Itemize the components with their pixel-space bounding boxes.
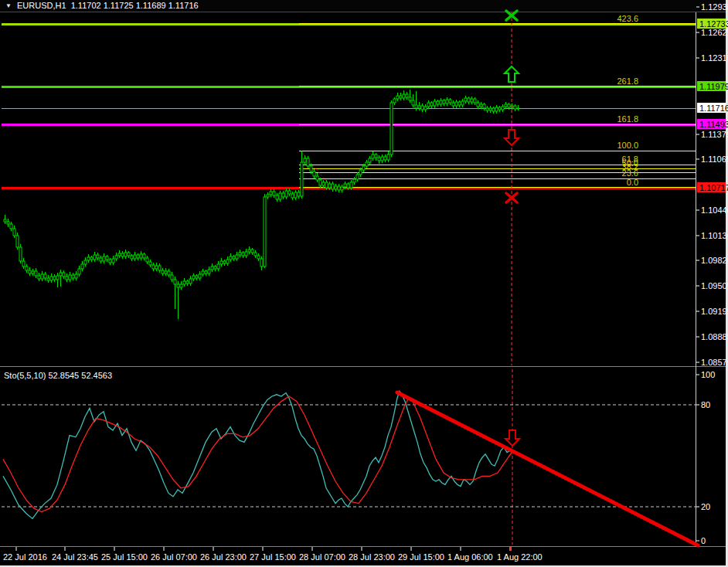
time-label: 24 Jul 23:45 (52, 552, 98, 562)
candle-body (186, 281, 189, 284)
candle-body (177, 284, 179, 287)
candle-body (60, 273, 62, 276)
trendline[interactable] (397, 392, 698, 545)
candle-body (103, 256, 105, 261)
candle-body (162, 270, 164, 273)
candle-body (390, 103, 393, 154)
candle-body (97, 255, 99, 258)
candle-body (29, 270, 31, 273)
candle-body (406, 94, 408, 97)
price-badge-label: 1.11979 (699, 82, 728, 91)
candle-body (267, 195, 269, 197)
fib-retracement-line[interactable] (299, 86, 696, 87)
candle-body (366, 162, 368, 166)
candle-body (461, 101, 464, 105)
candle-body (66, 277, 68, 280)
candle-body (220, 261, 223, 264)
time-label: 1 Aug 06:00 (447, 552, 493, 562)
price-tick-label: 1.09505 (701, 281, 728, 290)
time-scale[interactable]: 22 Jul 201624 Jul 23:4525 Jul 15:0026 Ju… (3, 547, 543, 562)
candle-body (192, 276, 195, 279)
candle-body (106, 256, 108, 260)
fib-level-label: 100.0 (617, 141, 638, 150)
candle-body (137, 255, 139, 258)
fib-levels[interactable]: 423.6261.8161.8100.061.850.038.223.60.0 (2, 14, 696, 189)
fib-retracement-line[interactable] (299, 23, 696, 24)
candle-body (124, 253, 127, 256)
sell-arrow-icon[interactable] (505, 430, 519, 446)
candle-body (294, 192, 297, 198)
buy-arrow-icon[interactable] (505, 66, 519, 82)
candle-body (94, 255, 96, 260)
candle-body (316, 176, 318, 180)
chart-window: ▼ EURUSD,H1 1.11702 1.11725 1.11689 1.11… (0, 0, 728, 567)
candle-body (260, 259, 263, 267)
close-mark-icon[interactable] (506, 193, 517, 202)
chart-canvas[interactable]: 423.6261.8161.8100.061.850.038.223.60.01… (0, 0, 728, 567)
candle-body (384, 157, 386, 160)
time-label: 26 Jul 23:00 (200, 552, 247, 562)
candle-body (288, 191, 291, 194)
candle-body (143, 254, 145, 258)
candle-body (16, 236, 19, 247)
scale-divider (696, 12, 696, 547)
price-tick-label: 1.08570 (701, 358, 728, 367)
sto-tick-label: 100 (701, 370, 715, 379)
candle-body (347, 184, 349, 188)
candle-body (381, 157, 383, 161)
candle-body (56, 276, 59, 280)
price-scale[interactable]: 1.129351.126251.123151.113751.110651.104… (696, 2, 728, 367)
candle-body (84, 260, 87, 264)
price-badge-label: 1.11716 (699, 104, 728, 113)
price-tick-label: 1.12315 (701, 53, 728, 63)
candle-body (217, 264, 219, 269)
candle-body (251, 250, 253, 253)
candle-body (502, 107, 504, 110)
price-tick-label: 1.11375 (701, 130, 728, 139)
stochastic-panel[interactable]: 10080200 (2, 370, 715, 545)
candle-body (341, 187, 343, 190)
candle-body (446, 100, 448, 104)
candle-body (50, 277, 53, 280)
price-tick-label: 1.12625 (701, 28, 728, 37)
candle-body (369, 158, 371, 162)
candle-body (230, 256, 232, 260)
fib-level-line[interactable] (2, 108, 696, 109)
sell-arrow-icon[interactable] (505, 130, 519, 145)
candle-body (375, 154, 377, 158)
candle-body (418, 106, 420, 108)
candle-body (403, 94, 405, 98)
candle-body (41, 274, 43, 279)
candle-body (415, 105, 417, 108)
price-tick-label: 1.10130 (701, 231, 728, 240)
candle-body (477, 103, 479, 107)
fib-retracement-line[interactable] (299, 187, 696, 188)
price-tick-label: 1.09820 (701, 256, 728, 265)
candle-body (273, 192, 275, 195)
candle-body (165, 271, 167, 273)
fib-level-line[interactable] (299, 151, 696, 151)
time-label: 27 Jul 15:00 (250, 552, 296, 562)
candle-body (486, 108, 488, 110)
panel-divider[interactable] (0, 366, 728, 367)
fib-level-label: 0.0 (627, 178, 638, 187)
candle-body (458, 102, 461, 105)
candle-body (480, 104, 482, 107)
candle-body (158, 266, 161, 270)
candle-body (90, 257, 93, 260)
candle-body (35, 271, 37, 276)
fib-retracement-line[interactable] (299, 124, 696, 125)
candle-body (332, 184, 334, 189)
candle-body (276, 195, 278, 199)
candle-body (75, 274, 77, 278)
candle-body (483, 104, 485, 108)
candle-body (53, 277, 56, 280)
candle-body (245, 252, 247, 256)
candle-body (112, 259, 114, 263)
candle-body (189, 279, 192, 284)
candle-body (301, 162, 303, 196)
sto-tick-label: 20 (701, 502, 710, 511)
candle-body (291, 194, 294, 198)
fib-level-label: 161.8 (617, 114, 638, 124)
candle-body (134, 255, 136, 259)
